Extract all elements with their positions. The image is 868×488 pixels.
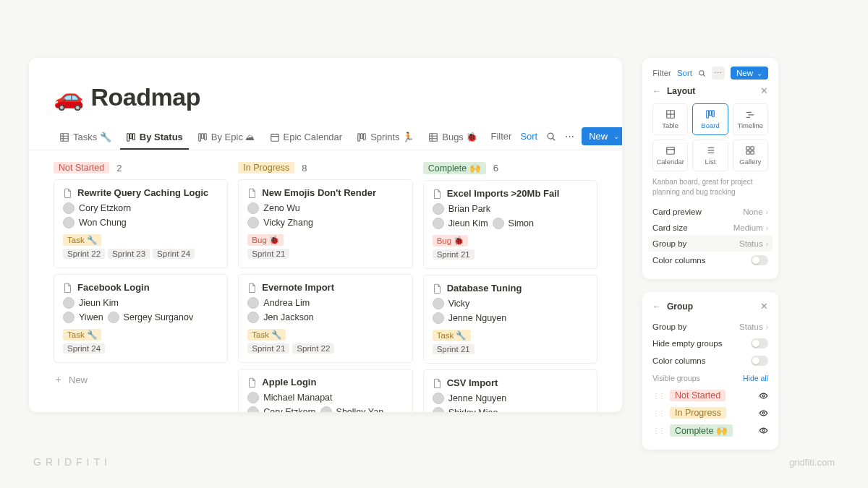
grip-icon[interactable]: ⋮⋮ — [652, 409, 664, 417]
sort-button[interactable]: Sort — [519, 128, 539, 145]
avatar — [63, 202, 75, 214]
toggle[interactable] — [751, 255, 768, 265]
option-row[interactable]: Color columns — [652, 352, 768, 369]
new-button[interactable]: New ⌄ — [582, 127, 622, 145]
svg-rect-39 — [746, 147, 749, 150]
avatar — [108, 312, 119, 323]
chevron-right-icon: › — [766, 224, 768, 232]
layout-option-label: Gallery — [739, 158, 761, 166]
avatar — [247, 392, 259, 403]
assignee-name: Zeno Wu — [263, 203, 300, 213]
visible-group-row[interactable]: ⋮⋮ Not Started — [652, 387, 768, 404]
column-status-pill: Not Started — [54, 162, 109, 174]
new-button-label: New — [736, 69, 753, 77]
assignee-name: Brian Park — [448, 204, 490, 214]
assignee-name: Cory Etzkorn — [79, 203, 131, 213]
layout-option-timeline[interactable]: Timeline — [733, 103, 768, 135]
assignee-row: Shirley Miao — [433, 407, 588, 412]
option-row[interactable]: Card previewNone › — [652, 204, 768, 220]
svg-point-43 — [762, 395, 765, 397]
svg-point-45 — [762, 429, 765, 432]
more-icon[interactable]: ⋯ — [712, 67, 725, 80]
svg-rect-29 — [710, 111, 712, 116]
filter-button[interactable]: Filter — [489, 128, 513, 145]
layout-option-table[interactable]: Table — [652, 103, 688, 135]
option-row[interactable]: Group byStatus › — [648, 236, 773, 252]
tab-by-status[interactable]: By Status — [120, 127, 189, 150]
tab-tasks[interactable]: Tasks 🔧 — [54, 127, 117, 150]
board-card[interactable]: Apple Login Michael ManapatCory EtzkornS… — [238, 369, 412, 412]
visible-group-row[interactable]: ⋮⋮ Complete 🙌 — [652, 421, 768, 440]
svg-rect-6 — [132, 133, 135, 140]
board-card[interactable]: Rewrite Query Caching Logic Cory Etzkorn… — [54, 179, 228, 268]
back-icon[interactable]: ← — [652, 86, 661, 96]
search-icon[interactable] — [545, 129, 558, 145]
tab-sprints[interactable]: Sprints 🏃 — [351, 127, 420, 150]
tab-bugs[interactable]: Bugs 🐞 — [422, 127, 483, 150]
avatar — [247, 217, 259, 228]
assignee-name: Michael Manapat — [263, 393, 332, 403]
group-pill: Complete 🙌 — [670, 424, 733, 437]
avatar — [320, 406, 332, 412]
hide-all-button[interactable]: Hide all — [743, 374, 768, 382]
svg-rect-8 — [201, 133, 203, 138]
table-icon — [428, 132, 438, 142]
board-card[interactable]: Facebook Login Jieun KimYiwenSergey Surg… — [54, 274, 228, 363]
assignee-name: Andrea Lim — [263, 298, 310, 308]
assignee-name: Simon — [509, 218, 534, 228]
close-icon[interactable]: ✕ — [760, 85, 768, 96]
toggle[interactable] — [751, 356, 768, 366]
visible-group-row[interactable]: ⋮⋮ In Progress — [652, 404, 768, 421]
kanban-board: Not Started2 Rewrite Query Caching Logic… — [54, 162, 597, 412]
tab-label: By Status — [140, 132, 183, 142]
option-label: Color columns — [652, 256, 706, 265]
assignee-name: Jenne Nguyen — [448, 393, 507, 403]
option-value: Status › — [739, 239, 768, 248]
card-title: Database Tuning — [433, 283, 588, 294]
tab-by-epic[interactable]: By Epic ⛰ — [192, 127, 261, 150]
assignee-row: Won Chung — [63, 217, 218, 228]
eye-icon[interactable] — [759, 426, 768, 435]
avatar — [63, 312, 75, 323]
sprint-tag: Sprint 21 — [247, 249, 289, 259]
eye-icon[interactable] — [759, 408, 768, 418]
board-card[interactable]: New Emojis Don't Render Zeno WuVicky Zha… — [238, 179, 412, 268]
board-card[interactable]: Evernote Import Andrea LimJen Jackson Ta… — [238, 274, 412, 363]
layout-option-calendar[interactable]: Calendar — [652, 140, 688, 171]
assignee-name: Vicky Zhang — [263, 218, 313, 228]
layout-option-list[interactable]: List — [692, 140, 728, 171]
layout-option-label: Timeline — [738, 121, 764, 129]
close-icon[interactable]: ✕ — [760, 301, 768, 312]
board-card[interactable]: Excel Imports >20Mb Fail Brian ParkJieun… — [423, 180, 597, 269]
add-card-button[interactable]: ＋New — [54, 369, 228, 390]
svg-point-21 — [548, 133, 553, 139]
svg-rect-10 — [271, 134, 278, 141]
option-row[interactable]: Card sizeMedium › — [652, 220, 768, 236]
more-icon[interactable]: ⋯ — [563, 128, 576, 145]
avatar — [247, 312, 259, 323]
tab-epic-calendar[interactable]: Epic Calendar — [264, 127, 349, 150]
layout-option-board[interactable]: Board — [692, 103, 728, 135]
layout-option-gallery[interactable]: Gallery — [733, 140, 768, 171]
eye-icon[interactable] — [759, 391, 768, 401]
back-icon[interactable]: ← — [652, 301, 661, 312]
panel-filter[interactable]: Filter — [652, 69, 671, 77]
option-row[interactable]: Color columns — [652, 252, 768, 269]
option-row[interactable]: Hide empty groups — [652, 335, 768, 352]
panel-new-button[interactable]: New ⌄ — [731, 67, 768, 80]
column-count: 8 — [302, 163, 307, 174]
panel-sort[interactable]: Sort — [677, 69, 692, 77]
chevron-right-icon: › — [766, 208, 768, 216]
assignee-name: Yiwen — [79, 312, 103, 322]
type-tag: Task 🔧 — [247, 329, 286, 341]
svg-point-23 — [699, 70, 704, 74]
table-icon — [59, 132, 69, 142]
grip-icon[interactable]: ⋮⋮ — [652, 427, 664, 435]
board-card[interactable]: CSV Import Jenne NguyenShirley Miao Task… — [423, 369, 597, 412]
search-icon[interactable] — [698, 69, 706, 77]
grip-icon[interactable]: ⋮⋮ — [652, 392, 664, 400]
board-card[interactable]: Database Tuning VickyJenne Nguyen Task 🔧… — [423, 275, 597, 364]
toggle[interactable] — [751, 338, 768, 348]
svg-line-24 — [703, 74, 705, 76]
option-row[interactable]: Group byStatus › — [652, 319, 768, 335]
